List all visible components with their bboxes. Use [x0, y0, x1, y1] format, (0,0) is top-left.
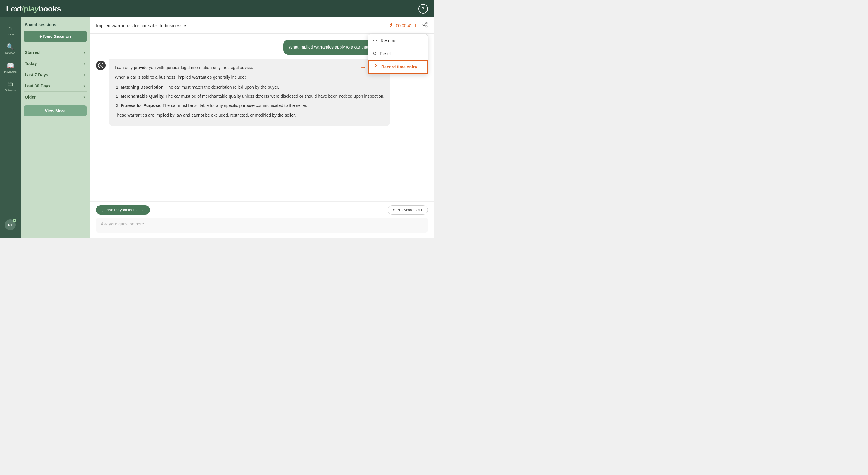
warranty-text-3: : The car must be suitable for any speci… — [160, 103, 307, 108]
top-nav: Lext/playbooks ? — [0, 0, 434, 18]
pro-mode-button[interactable]: ✦ Pro Mode: OFF — [388, 205, 428, 214]
divider — [24, 80, 87, 80]
ai-footer-text: These warranties are implied by law and … — [115, 112, 384, 118]
list-item: Matching Description: The car must match… — [121, 84, 384, 91]
dots-icon: ⋮ — [101, 208, 105, 212]
chat-toolbar: ⋮ Ask Playbooks to... ⌄ ✦ Pro Mode: OFF — [96, 205, 428, 214]
logo: Lext/playbooks — [6, 4, 61, 13]
svg-line-3 — [424, 25, 426, 26]
chevron-down-icon: ⌄ — [142, 208, 145, 212]
sessions-title: Saved sessions — [24, 22, 87, 27]
svg-line-6 — [99, 64, 102, 67]
user-avatar[interactable]: DT ✦ — [5, 219, 16, 230]
sidebar-item-reviews[interactable]: 🔍 Reviews — [0, 39, 21, 58]
session-section-today[interactable]: Today ∨ — [24, 59, 87, 68]
chevron-down-icon: ∨ — [83, 62, 86, 66]
record-time-label: Record time entry — [381, 65, 417, 69]
divider — [24, 69, 87, 69]
chevron-down-icon: ∨ — [83, 50, 86, 55]
datasets-icon: 🗃 — [7, 80, 13, 88]
warranty-title-2: Merchantable Quality — [121, 94, 163, 99]
ai-avatar — [96, 61, 105, 70]
chat-input-area[interactable]: Ask your question here... — [96, 217, 428, 233]
sessions-sidebar: Saved sessions + New Session Starred ∨ T… — [21, 18, 90, 238]
chevron-down-icon: ∨ — [83, 84, 86, 88]
session-section-older[interactable]: Older ∨ — [24, 92, 87, 102]
avatar-badge: ✦ — [13, 219, 16, 223]
chat-header: Implied warranties for car sales to busi… — [90, 18, 434, 34]
warranty-title-3: Fitness for Purpose — [121, 103, 160, 108]
share-button[interactable] — [422, 22, 428, 29]
reset-label: Reset — [380, 51, 391, 56]
help-button[interactable]: ? — [418, 4, 428, 13]
warranty-text-1: : The car must match the description rel… — [163, 85, 279, 90]
new-session-button[interactable]: + New Session — [24, 31, 87, 42]
resume-label: Resume — [381, 38, 396, 43]
reset-icon: ↺ — [373, 50, 377, 56]
sidebar-item-playbooks[interactable]: 📖 Playbooks — [0, 58, 21, 77]
sidebar-item-home[interactable]: ⌂ Home — [0, 21, 21, 39]
chat-title: Implied warranties for car sales to busi… — [96, 23, 189, 28]
sidebar-item-datasets[interactable]: 🗃 Datasets — [0, 77, 21, 95]
dropdown-resume[interactable]: ⏱ Resume — [368, 34, 428, 47]
timer-display: ⏱ 00:00:41 ⏸ — [390, 23, 418, 28]
reviews-icon: 🔍 — [7, 43, 14, 50]
main-content: Implied warranties for car sales to busi… — [90, 18, 434, 238]
timer-icon: ⏱ — [390, 23, 394, 28]
list-item: Fitness for Purpose: The car must be sui… — [121, 102, 384, 109]
dropdown-menu: ⏱ Resume ↺ Reset → ⏱ Record time entry — [368, 34, 428, 74]
sidebar-bottom: DT ✦ — [0, 219, 21, 234]
ai-intro: I can only provide you with general lega… — [115, 64, 384, 71]
session-section-starred[interactable]: Starred ∨ — [24, 47, 87, 57]
chevron-down-icon: ∨ — [83, 95, 86, 99]
ai-bubble: I can only provide you with general lega… — [108, 59, 390, 126]
warranty-title-1: Matching Description — [121, 85, 163, 90]
arrow-icon: → — [360, 64, 366, 71]
home-icon: ⌂ — [8, 25, 12, 32]
playbooks-icon: 📖 — [7, 62, 14, 69]
divider — [24, 47, 87, 47]
view-more-button[interactable]: View More — [24, 105, 87, 116]
warranty-text-2: : The car must be of merchantable qualit… — [163, 94, 384, 99]
ai-body: When a car is sold to a business, implie… — [115, 74, 384, 80]
pause-button[interactable]: ⏸ — [414, 23, 418, 28]
resume-icon: ⏱ — [373, 38, 378, 43]
record-icon: ⏱ — [373, 64, 378, 70]
divider — [24, 58, 87, 58]
svg-line-4 — [424, 23, 426, 24]
header-right: ⏱ 00:00:41 ⏸ — [390, 22, 428, 29]
session-section-last30[interactable]: Last 30 Days ∨ — [24, 81, 87, 91]
chevron-down-icon: ∨ — [83, 73, 86, 77]
ask-playbooks-button[interactable]: ⋮ Ask Playbooks to... ⌄ — [96, 205, 150, 214]
list-item: Merchantable Quality: The car must be of… — [121, 93, 384, 99]
ai-warranty-list: Matching Description: The car must match… — [115, 84, 384, 109]
chat-footer: ⋮ Ask Playbooks to... ⌄ ✦ Pro Mode: OFF … — [90, 201, 434, 238]
dropdown-record-time[interactable]: → ⏱ Record time entry — [368, 60, 428, 74]
divider — [24, 91, 87, 92]
icon-sidebar: ⌂ Home 🔍 Reviews 📖 Playbooks 🗃 Datasets … — [0, 18, 21, 238]
session-section-last7[interactable]: Last 7 Days ∨ — [24, 70, 87, 79]
timer-value: 00:00:41 — [396, 23, 412, 28]
chat-input-placeholder: Ask your question here... — [101, 222, 148, 226]
dropdown-reset[interactable]: ↺ Reset — [368, 47, 428, 60]
